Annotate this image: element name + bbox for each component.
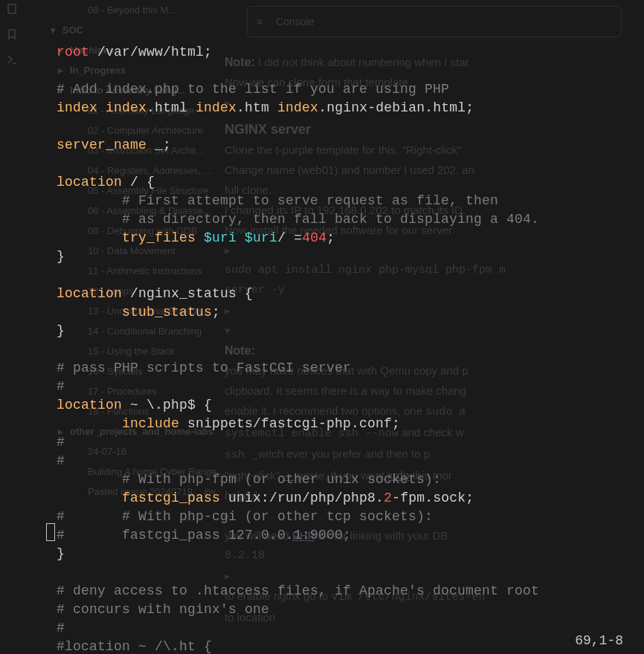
code-line: # bbox=[24, 452, 644, 470]
code-line: # bbox=[24, 433, 644, 452]
code-line: # pass PHP scripts to FastCGI server bbox=[24, 359, 644, 378]
code-line: } bbox=[24, 322, 644, 340]
code-line: # With php-fpm (or other unix sockets): bbox=[24, 470, 644, 489]
code-line: location / { bbox=[24, 173, 644, 192]
code-line: # bbox=[24, 378, 644, 396]
code-line: fastcgi_pass unix:/run/php/php8.2-fpm.so… bbox=[24, 489, 644, 508]
code-line: try_files $uri $uri/ =404; bbox=[24, 229, 644, 247]
code-line: # First attempt to serve request as file… bbox=[24, 192, 644, 210]
vim-ruler-status: 69,1-8 bbox=[575, 633, 623, 648]
code-line: } bbox=[24, 545, 644, 563]
code-line: index index.html index.htm index.nginx-d… bbox=[24, 99, 644, 117]
code-line bbox=[24, 155, 644, 173]
code-line: #location ~ /\.ht { bbox=[24, 638, 644, 654]
code-line: include snippets/fastcgi-php.conf; bbox=[24, 415, 644, 433]
code-line bbox=[24, 340, 644, 359]
code-line bbox=[24, 563, 644, 582]
code-line: root /var/www/html; bbox=[24, 43, 644, 62]
code-line: # deny access to .htaccess files, if Apa… bbox=[24, 582, 644, 600]
code-line: server_name _; bbox=[24, 136, 644, 155]
code-line: stub_status; bbox=[24, 303, 644, 322]
code-line: # as directory, then fall back to displa… bbox=[24, 210, 644, 229]
code-line: } bbox=[24, 247, 644, 266]
code-line bbox=[24, 117, 644, 136]
terminal-vim-editor[interactable]: root /var/www/html; # Add index.php to t… bbox=[0, 0, 644, 654]
code-line bbox=[24, 266, 644, 285]
code-line bbox=[24, 62, 644, 80]
code-line: location /nginx_status { bbox=[24, 285, 644, 303]
code-line: # # With php-cgi (or other tcp sockets): bbox=[24, 508, 644, 526]
vim-cursor bbox=[47, 524, 54, 540]
code-line: # Add index.php to the list if you are u… bbox=[24, 80, 644, 99]
code-line: # fastcgi_pass 127.0.0.1:9000; bbox=[24, 526, 644, 545]
code-line: # concurs with nginx's one bbox=[24, 600, 644, 619]
code-line: location ~ \.php$ { bbox=[24, 396, 644, 415]
code-line: # bbox=[24, 619, 644, 638]
